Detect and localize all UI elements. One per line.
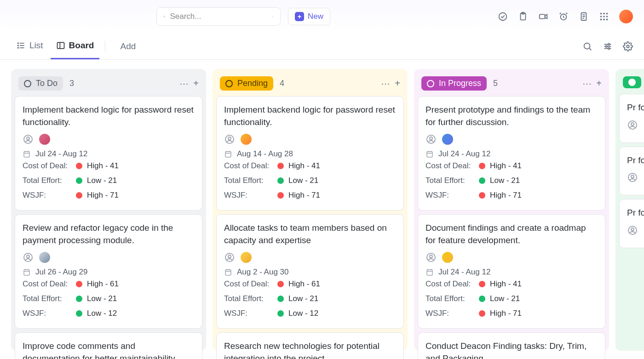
assignee-avatar[interactable] <box>442 134 453 145</box>
priority-dot-icon <box>277 310 284 317</box>
add-card-icon[interactable]: + <box>193 78 199 89</box>
task-card[interactable]: Implement backend logic for password res… <box>216 96 404 211</box>
priority-dot-icon <box>76 163 82 169</box>
assignee-avatar[interactable] <box>241 252 252 263</box>
assignee-placeholder-icon[interactable] <box>627 172 638 183</box>
task-card[interactable]: Pr fo <box>619 94 644 143</box>
field-wsjf: WSJF:High - 71 <box>426 306 598 321</box>
assignee-placeholder-icon[interactable] <box>23 252 34 263</box>
status-pill[interactable]: In Progress <box>421 76 487 91</box>
card-title: Pr fo <box>627 207 644 219</box>
svg-rect-69 <box>427 152 432 157</box>
card-title: Present prototype and findings to the te… <box>426 104 598 128</box>
assignee-placeholder-icon[interactable] <box>224 252 235 263</box>
field-effort: Total Effort:Low - 21 <box>426 291 598 306</box>
card-title: Implement backend logic for password res… <box>224 104 396 128</box>
svg-rect-75 <box>427 270 432 275</box>
view-tab-board[interactable]: Board <box>51 33 100 59</box>
filter-icon[interactable] <box>603 41 613 51</box>
assignee-placeholder-icon[interactable] <box>627 225 638 236</box>
field-effort: Total Effort:Low - 21 <box>426 173 598 188</box>
doc-icon[interactable] <box>579 11 589 22</box>
more-icon[interactable]: ⋯ <box>582 78 592 89</box>
svg-rect-5 <box>540 14 545 18</box>
priority-dot-icon <box>479 192 485 199</box>
add-card-icon[interactable]: + <box>596 78 602 89</box>
task-card[interactable]: Allocate tasks to team members based on … <box>216 214 404 329</box>
assignee-avatar[interactable] <box>39 252 50 263</box>
svg-rect-55 <box>225 152 231 157</box>
svg-point-14 <box>600 16 602 17</box>
assignee-placeholder-icon[interactable] <box>426 252 437 263</box>
status-pill[interactable]: To Do <box>18 76 63 91</box>
user-avatar[interactable] <box>619 10 633 23</box>
field-value-text: Low - 12 <box>288 309 318 318</box>
field-label: Cost of Deal: <box>23 161 76 171</box>
assignee-avatar[interactable] <box>39 134 50 145</box>
apps-icon[interactable] <box>599 11 609 22</box>
field-value: Low - 21 <box>277 294 318 303</box>
alarm-icon[interactable] <box>558 11 569 22</box>
video-icon[interactable] <box>538 11 548 22</box>
svg-point-60 <box>228 255 231 258</box>
search-input[interactable] <box>170 12 267 21</box>
task-card[interactable]: Implement backend logic for password res… <box>15 96 202 211</box>
svg-point-40 <box>27 137 29 140</box>
priority-dot-icon <box>479 163 485 169</box>
card-title: Review and refactor legacy code in the p… <box>23 222 195 246</box>
field-value-text: High - 61 <box>87 279 119 289</box>
list-icon <box>17 41 26 50</box>
clipboard-icon[interactable] <box>518 11 528 22</box>
priority-dot-icon <box>277 296 284 302</box>
column-header: To Do3⋯+ <box>15 73 202 96</box>
field-cost: Cost of Deal:High - 41 <box>224 159 396 173</box>
search-icon[interactable] <box>582 41 592 51</box>
svg-point-12 <box>603 13 605 15</box>
calendar-icon <box>224 268 232 276</box>
task-card[interactable]: Research new technologies for potential … <box>216 332 404 359</box>
column-count: 5 <box>493 79 498 88</box>
field-label: WSJF: <box>224 309 277 318</box>
check-circle-icon[interactable] <box>498 11 508 22</box>
field-value-text: High - 41 <box>288 161 320 171</box>
assignee-row <box>627 120 644 131</box>
add-view-button[interactable]: Add <box>111 34 141 59</box>
field-value: Low - 12 <box>277 309 318 318</box>
view-tab-list[interactable]: List <box>11 33 49 59</box>
more-icon[interactable]: ⋯ <box>179 78 189 89</box>
search-icon <box>163 11 165 22</box>
date-text: Jul 26 - Aug 29 <box>35 268 87 277</box>
svg-point-0 <box>164 16 165 17</box>
task-card[interactable]: Improve code comments and documentation … <box>15 332 202 359</box>
status-pill[interactable]: Pending <box>220 76 273 91</box>
task-card[interactable]: Conduct Deacon Finding tasks: Dry, Trim,… <box>418 332 605 359</box>
field-value-text: Low - 21 <box>288 176 318 185</box>
calendar-icon <box>224 150 232 158</box>
assignee-placeholder-icon[interactable] <box>224 134 235 145</box>
field-wsjf: WSJF:Low - 12 <box>23 306 195 321</box>
task-card[interactable]: Present prototype and findings to the te… <box>418 96 605 211</box>
assignee-avatar[interactable] <box>241 134 252 145</box>
add-card-icon[interactable]: + <box>395 78 400 89</box>
date-range: Aug 14 - Aug 28 <box>224 149 396 159</box>
task-card[interactable]: Document findings and create a roadmap f… <box>418 214 605 329</box>
gear-icon[interactable] <box>623 41 633 51</box>
status-pill[interactable] <box>623 76 641 88</box>
field-label: Total Effort: <box>224 176 277 185</box>
search-box[interactable] <box>156 7 281 26</box>
field-label: Cost of Deal: <box>224 279 277 289</box>
svg-point-46 <box>27 255 29 258</box>
svg-point-54 <box>228 137 231 140</box>
assignee-placeholder-icon[interactable] <box>23 134 34 145</box>
task-card[interactable]: Pr fo <box>619 199 644 248</box>
more-icon[interactable]: ⋯ <box>381 78 390 89</box>
calendar-icon <box>23 268 31 276</box>
task-card[interactable]: Pr fo <box>619 147 644 196</box>
field-wsjf: WSJF:Low - 12 <box>224 306 396 321</box>
assignee-placeholder-icon[interactable] <box>627 120 638 131</box>
new-button[interactable]: + New <box>288 8 330 25</box>
task-card[interactable]: Review and refactor legacy code in the p… <box>15 214 202 329</box>
assignee-avatar[interactable] <box>442 252 453 263</box>
field-value-text: Low - 21 <box>490 176 520 185</box>
assignee-placeholder-icon[interactable] <box>426 134 437 145</box>
